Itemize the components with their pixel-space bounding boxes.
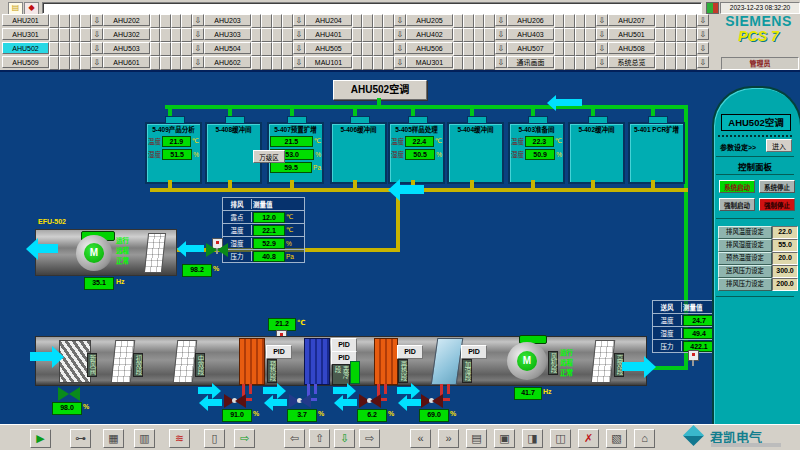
enter-button[interactable]: 进入 [766,139,792,152]
nav-cell[interactable] [484,14,494,28]
nav-cell[interactable] [150,14,160,28]
nav-cell[interactable] [554,28,564,42]
nav-button-ahu403[interactable]: AHU403 [507,28,554,40]
nav-cell[interactable] [171,56,181,70]
nav-cell[interactable] [70,14,80,28]
nav-button-comm-screen[interactable]: 通讯画面 [507,56,554,68]
save-button[interactable]: ◫ [550,429,571,448]
nav-button-ahu501[interactable]: AHU501 [608,28,655,40]
nav-cell[interactable] [181,42,191,56]
nav-up-button[interactable]: ⇧ [309,429,330,448]
nav-cell[interactable] [181,56,191,70]
dropdown-icon[interactable]: ⇩ [596,28,608,40]
document-button[interactable]: ▤ [466,429,487,448]
nav-cell[interactable] [352,56,362,70]
nav-cell[interactable] [181,28,191,42]
dropdown-icon[interactable]: ⇩ [697,56,709,68]
nav-cell[interactable] [655,14,665,28]
nav-cell[interactable] [59,42,69,56]
dropdown-icon[interactable]: ⇩ [495,42,507,54]
dropdown-icon[interactable]: ⇩ [394,42,406,54]
nav-cell[interactable] [484,42,494,56]
nav-cell[interactable] [352,28,362,42]
dropdown-icon[interactable]: ⇩ [91,14,103,26]
thermometer-button[interactable]: ▯ [204,429,225,448]
nav-cell[interactable] [676,56,686,70]
nav-button-ahu508[interactable]: AHU508 [608,42,655,54]
nav-cell[interactable] [362,14,372,28]
nav-cell[interactable] [373,14,383,28]
nav-cell[interactable] [261,42,271,56]
nav-cell[interactable] [554,42,564,56]
nav-cell[interactable] [80,14,90,28]
nav-cell[interactable] [575,56,585,70]
nav-cell[interactable] [676,42,686,56]
nav-cell[interactable] [463,56,473,70]
dropdown-icon[interactable]: ⇩ [697,42,709,54]
grid-button[interactable]: ▧ [606,429,627,448]
nav-cell[interactable] [150,56,160,70]
nav-button-ahu602[interactable]: AHU602 [204,56,251,68]
nav-cell[interactable] [383,28,393,42]
run-button[interactable]: ▶ [30,429,51,448]
system-stop-button[interactable]: 系统停止 [759,180,795,193]
motor-icon[interactable]: M [84,243,104,263]
dropdown-icon[interactable]: ⇩ [596,42,608,54]
trend-button[interactable]: ≋ [169,429,190,448]
pid-controller[interactable]: PID [461,345,487,359]
nav-cell[interactable] [171,28,181,42]
nav-cell[interactable] [373,28,383,42]
humidifier-valve-icon[interactable] [421,394,443,408]
setting-value[interactable]: 300.0 [772,265,798,278]
nav-cell[interactable] [453,56,463,70]
nav-button-ahu303[interactable]: AHU303 [204,28,251,40]
nav-cell[interactable] [272,14,282,28]
nav-cell[interactable] [383,42,393,56]
force-start-button[interactable]: 强制启动 [719,198,755,211]
nav-cell[interactable] [676,28,686,42]
room-zone-button[interactable]: 万级区 [253,150,285,163]
page-last-button[interactable]: » [438,429,459,448]
nav-button-ahu601[interactable]: AHU601 [103,56,150,68]
nav-button-ahu402[interactable]: AHU402 [406,28,453,40]
nav-button-ahu401[interactable]: AHU401 [305,28,352,40]
dropdown-icon[interactable]: ⇩ [596,56,608,68]
reheat-valve-icon[interactable] [359,394,381,408]
nav-cell[interactable] [474,42,484,56]
nav-cell[interactable] [564,14,574,28]
nav-cell[interactable] [70,42,80,56]
nav-button-ahu504[interactable]: AHU504 [204,42,251,54]
nav-cell[interactable] [282,42,292,56]
nav-button-system-overview[interactable]: 系统总览 [608,56,655,68]
nav-cell[interactable] [474,14,484,28]
nav-cell[interactable] [484,28,494,42]
nav-cell[interactable] [575,28,585,42]
print-button[interactable]: ▣ [494,429,515,448]
dropdown-icon[interactable]: ⇩ [91,56,103,68]
nav-cell[interactable] [463,14,473,28]
nav-cell[interactable] [160,14,170,28]
nav-cell[interactable] [665,28,675,42]
nav-cell[interactable] [453,42,463,56]
nav-cell[interactable] [171,42,181,56]
nav-cell[interactable] [453,14,463,28]
nav-cell[interactable] [160,28,170,42]
nav-button-ahu506[interactable]: AHU506 [406,42,453,54]
nav-button-ahu505[interactable]: AHU505 [305,42,352,54]
nav-cell[interactable] [665,56,675,70]
close-button[interactable]: ✗ [578,429,599,448]
nav-cell[interactable] [484,56,494,70]
user-role-field[interactable]: 管理员 [721,57,799,70]
nav-button-ahu204[interactable]: AHU204 [305,14,352,26]
dropdown-icon[interactable]: ⇩ [394,14,406,26]
nav-button-ahu203[interactable]: AHU203 [204,14,251,26]
nav-cell[interactable] [463,28,473,42]
nav-cell[interactable] [150,28,160,42]
nav-cell[interactable] [150,42,160,56]
nav-cell[interactable] [564,28,574,42]
home-button[interactable]: ⌂ [634,429,655,448]
nav-cell[interactable] [585,56,595,70]
nav-cell[interactable] [171,14,181,28]
nav-cell[interactable] [59,28,69,42]
nav-button-ahu202[interactable]: AHU202 [103,14,150,26]
